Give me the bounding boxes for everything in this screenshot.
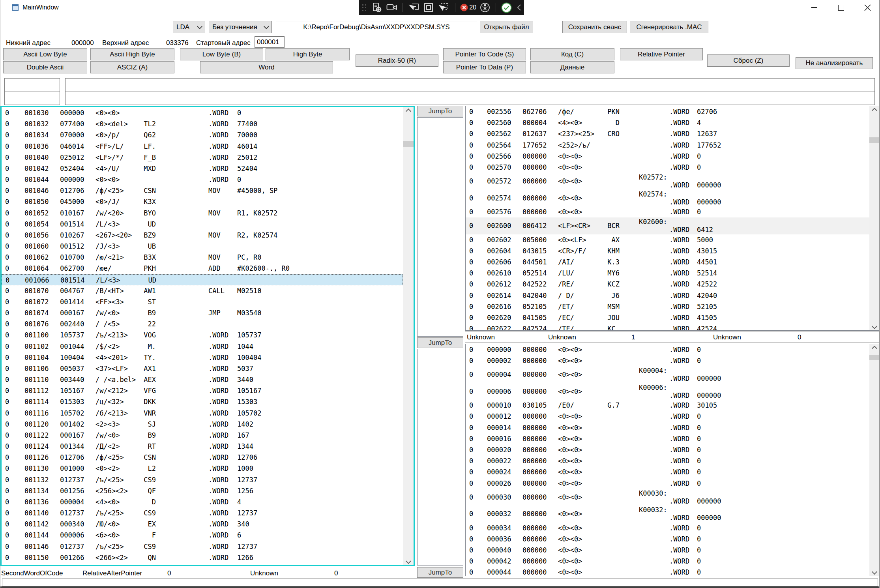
disasm-row[interactable]: 0001062010700/ю/<21>B3XMOVPC, R0 bbox=[2, 252, 403, 263]
disasm-row[interactable]: 0002600006412<LF><CR>BCRK02600:.WORD6412 bbox=[466, 217, 869, 234]
scrollbar-thumb[interactable] bbox=[869, 355, 880, 360]
disasm-row[interactable]: 0001034070000<0>/p/Q62.WORD70000 bbox=[2, 129, 403, 140]
disasm-row[interactable]: 0001146012737/ъ/<25>CS9.WORD12737 bbox=[2, 541, 403, 552]
disasm-row[interactable]: 0000034000000<0><0>.WORD0 bbox=[466, 522, 869, 534]
ascii-low-byte-button[interactable]: Ascii Low Byte bbox=[3, 48, 87, 60]
do-not-analyze-button[interactable]: Не анализировать bbox=[796, 57, 873, 69]
disasm-row[interactable]: 0002574000000<0><0>K02574:.WORD000000 bbox=[466, 190, 869, 206]
scroll-up-icon[interactable] bbox=[869, 344, 880, 351]
disasm-row[interactable]: 0001120001402<2><3>SJ.WORD1402 bbox=[2, 419, 403, 430]
disasm-row[interactable]: 0001116105702/б/<213>VNR.WORD105702 bbox=[2, 408, 403, 419]
disasm-row[interactable]: 0002606044501/AI/K.3.WORD44501 bbox=[466, 257, 869, 268]
jump-to-button-top[interactable]: JumpTo bbox=[417, 106, 463, 116]
disasm-row[interactable]: 0001104100404<4><201>TY..WORD100404 bbox=[2, 352, 403, 363]
disasm-row[interactable]: 0001102001044/$/<2>M..WORD1044 bbox=[2, 341, 403, 352]
disasm-row[interactable]: 0001032077400<0><del>TL2.WORD77400 bbox=[2, 118, 403, 129]
disasm-row[interactable]: 0002576000000<0><0>.WORD0 bbox=[466, 206, 869, 217]
jump-list-middle[interactable] bbox=[417, 349, 463, 566]
double-ascii-button[interactable]: Double Ascii bbox=[3, 61, 87, 73]
disasm-row[interactable]: 0001110003440/ /<a.bel>AEX.WORD3440 bbox=[2, 374, 403, 385]
pointer-to-data-button[interactable]: Pointer To Data (P) bbox=[443, 61, 526, 73]
disasm-row[interactable]: 0000022000000<0><0>.WORD0 bbox=[466, 455, 869, 466]
disasm-row[interactable]: 0001044000000<0><0>.WORD0 bbox=[2, 174, 403, 185]
disasm-row[interactable]: 0001136000004<4><0>D.WORD4 bbox=[2, 496, 403, 507]
jump-to-button-bottom[interactable]: JumpTo bbox=[417, 567, 463, 578]
region-select-cursor-icon[interactable] bbox=[436, 0, 452, 15]
jump-to-button-middle[interactable]: JumpTo bbox=[417, 337, 463, 348]
open-file-button[interactable]: Открыть файл bbox=[480, 21, 533, 33]
window-select-cursor-icon[interactable] bbox=[406, 0, 421, 15]
word-button[interactable]: Word bbox=[200, 61, 333, 73]
disasm-row[interactable]: 0001036046014<FF>/L/LF..WORD46014 bbox=[2, 141, 403, 152]
disasm-row[interactable]: 0000026000000<0><0>.WORD0 bbox=[466, 478, 869, 489]
disasm-row[interactable]: 0001100105737/ъ/<213>VOG.WORD105737 bbox=[2, 330, 403, 341]
disasm-row[interactable]: 0000024000000<0><0>.WORD0 bbox=[466, 466, 869, 478]
disasm-row[interactable]: 0000002000000<0><0>.WORD0 bbox=[466, 355, 869, 366]
disasm-row[interactable]: 0000042000000<0><0>.WORD0 bbox=[466, 556, 869, 567]
script-capture-icon[interactable] bbox=[369, 0, 384, 15]
disasm-row[interactable]: 0002604043015<CR>/F/KHM.WORD43015 bbox=[466, 245, 869, 257]
disasm-row[interactable]: 0001140012737/ъ/<25>CS9.WORD12737 bbox=[2, 507, 403, 519]
drag-handle-icon[interactable] bbox=[361, 3, 366, 12]
disasm-row[interactable]: 0001106005037<37><LF>AX1.WORD5037 bbox=[2, 363, 403, 374]
radix-50-button[interactable]: Radix-50 (R) bbox=[356, 54, 438, 67]
disasm-row[interactable]: 0001066001514/L/<3>UD bbox=[2, 274, 403, 285]
disasm-row[interactable]: 0001142000340/Ю/<0>EX.WORD340 bbox=[2, 519, 403, 530]
disasm-row[interactable]: 0001040025012<LF>/*/F_B.WORD25012 bbox=[2, 152, 403, 163]
high-byte-button[interactable]: High Byte bbox=[266, 48, 350, 60]
disasm-row[interactable]: 0002610052514/LU/MY6.WORD52514 bbox=[466, 268, 869, 279]
disasm-row[interactable]: 0000010030105/E0/G.7.WORD30105 bbox=[466, 400, 869, 411]
scrollbar-thumb[interactable] bbox=[869, 137, 880, 143]
right-top-disassembly-panel[interactable]: 0002556062706/фе/PKN.WORD627060002560000… bbox=[465, 106, 880, 331]
right-top-disassembly-list[interactable]: 0002556062706/фе/PKN.WORD627060002560000… bbox=[466, 106, 869, 330]
scrollbar-thumb[interactable] bbox=[403, 141, 414, 147]
disasm-row[interactable]: 0001076002440/ /<5>22 bbox=[2, 318, 403, 330]
accessibility-icon[interactable] bbox=[477, 0, 492, 15]
scroll-down-icon[interactable] bbox=[403, 558, 414, 565]
file-path-input[interactable]: K:\Repo\ForDebug\DisAsm\XXDP\XXDPSM.SYS bbox=[276, 21, 477, 33]
refine-select[interactable]: Без уточнения bbox=[209, 21, 272, 33]
reset-button[interactable]: Сброс (Z) bbox=[707, 54, 790, 67]
low-byte-button[interactable]: Low Byte (B) bbox=[180, 48, 263, 60]
disasm-row[interactable]: 0001054001514/L/<3>UD bbox=[2, 219, 403, 230]
disasm-row[interactable]: 0000012000000<0><0>.WORD0 bbox=[466, 411, 869, 422]
save-session-button[interactable]: Сохранить сеанс bbox=[562, 21, 627, 33]
disasm-row[interactable]: 0000036000000<0><0>.WORD0 bbox=[466, 534, 869, 545]
disasm-row[interactable]: 0002616052105/ET/MSM.WORD52105 bbox=[466, 301, 869, 312]
ascii-high-byte-button[interactable]: Ascii High Byte bbox=[90, 48, 174, 60]
disasm-row[interactable]: 0002570000000<0><0>.WORD0 bbox=[466, 162, 869, 173]
video-camera-icon[interactable] bbox=[384, 0, 399, 15]
disasm-row[interactable]: 0001132012737/ъ/<25>CS9.WORD12737 bbox=[2, 474, 403, 485]
disasm-row[interactable]: 0001030000000<0><0>.WORD0 bbox=[2, 107, 403, 118]
close-button[interactable] bbox=[856, 0, 879, 15]
confirm-check-icon[interactable] bbox=[499, 0, 514, 15]
disasm-row[interactable]: 0002572000000<0><0>K02572:.WORD000000 bbox=[466, 173, 869, 189]
disasm-row[interactable]: 0001144000006<6><0>F.WORD6 bbox=[2, 530, 403, 541]
disasm-row[interactable]: 0000014000000<0><0>.WORD0 bbox=[466, 422, 869, 433]
maximize-button[interactable] bbox=[829, 0, 853, 15]
error-badge-icon[interactable]: 20 bbox=[459, 0, 477, 15]
disasm-row[interactable]: 0000032000000<0><0>K00032:.WORD000000 bbox=[466, 506, 869, 522]
disasm-row[interactable]: 0000000000000<0><0>.WORD0 bbox=[466, 344, 869, 355]
left-scrollbar[interactable] bbox=[403, 107, 414, 565]
disasm-row[interactable]: 0001042052404<4>/U/MXD.WORD52404 bbox=[2, 163, 403, 174]
format-select[interactable]: LDA bbox=[173, 21, 205, 33]
scroll-up-icon[interactable] bbox=[403, 107, 414, 114]
disasm-row[interactable]: 0001050045000<0>/J/K3X bbox=[2, 196, 403, 207]
relative-pointer-button[interactable]: Relative Pointer bbox=[620, 48, 703, 60]
disasm-row[interactable]: 0000030000000<0><0>K00030:.WORD000000 bbox=[466, 489, 869, 506]
data-button[interactable]: Данные bbox=[530, 61, 614, 73]
disasm-row[interactable]: 0000006000000<0><0>K00006:.WORD000000 bbox=[466, 383, 869, 400]
right-bottom-scrollbar[interactable] bbox=[869, 344, 880, 576]
disasm-row[interactable]: 0000044000000<0><0>.WORD0 bbox=[466, 567, 869, 576]
disasm-row[interactable]: 0001060001512/J/<3>UB bbox=[2, 241, 403, 252]
disasm-row[interactable]: 0002562012637<237><25>CRO.WORD12637 bbox=[466, 128, 869, 139]
disasm-row[interactable]: 0002566000000<0><0>.WORD0 bbox=[466, 151, 869, 162]
disasm-row[interactable]: 0001130001000<0><2>L2.WORD1000 bbox=[2, 463, 403, 474]
scroll-down-icon[interactable] bbox=[869, 324, 880, 330]
disasm-row[interactable]: 0000020000000<0><0>.WORD0 bbox=[466, 444, 869, 455]
disasm-row[interactable]: 0001046012706/ф/<25>CSNMOV#45000, SP bbox=[2, 185, 403, 196]
left-disassembly-panel[interactable]: 0001030000000<0><0>.WORD00001032077400<0… bbox=[0, 106, 415, 566]
disasm-row[interactable]: 0001114015303/ц/<32>DKK.WORD15303 bbox=[2, 396, 403, 407]
disasm-row[interactable]: 0001072001414<FF><3>ST bbox=[2, 296, 403, 307]
